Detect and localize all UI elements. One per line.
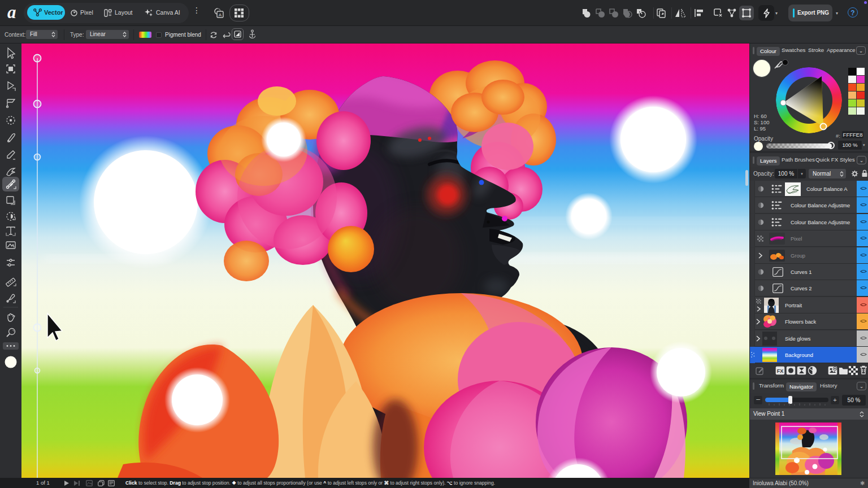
svg-text:A: A	[219, 12, 222, 18]
svg-text:FX: FX	[777, 368, 784, 374]
